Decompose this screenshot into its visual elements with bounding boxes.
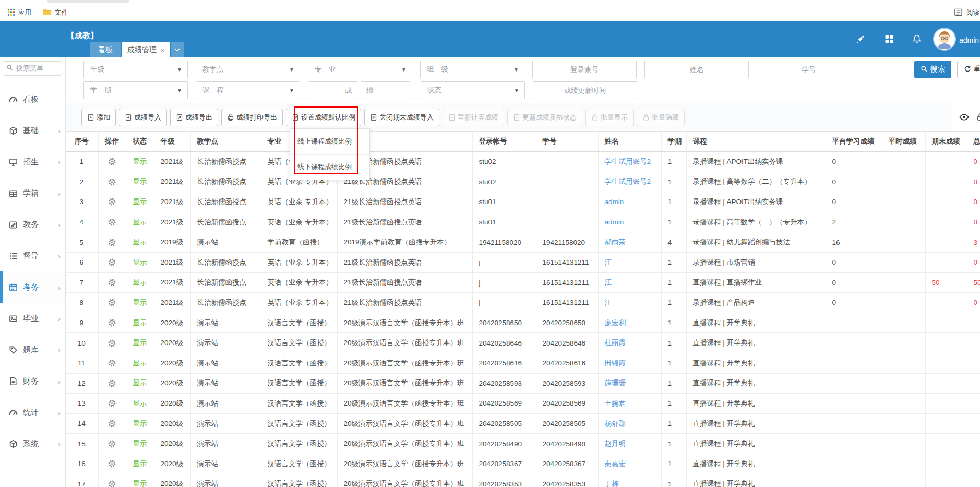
row-settings-gear-icon[interactable] <box>107 197 116 206</box>
filter-select-course[interactable]: 课 程▼ <box>196 81 300 99</box>
row-status-link[interactable]: 显示 <box>133 440 147 447</box>
rocket-icon[interactable] <box>856 34 866 46</box>
row-status-link[interactable]: 显示 <box>133 198 147 206</box>
row-settings-gear-icon[interactable] <box>107 298 116 307</box>
student-name-link[interactable]: 赵月明 <box>605 440 626 447</box>
toolbar-button-set-default-ratio[interactable]: 设置成绩默认比例 <box>286 109 361 126</box>
row-settings-gear-icon[interactable] <box>107 218 116 227</box>
filter-input-update-time[interactable] <box>533 81 637 99</box>
row-status-link[interactable]: 显示 <box>133 218 147 226</box>
sidebar-item-roster[interactable]: 学籍› <box>0 177 65 209</box>
toolbar-button-score-import[interactable]: 成绩导入 <box>119 109 167 126</box>
student-name-link[interactable]: 学生试用账号2 <box>605 177 651 185</box>
student-name-link[interactable]: 学生试用账号2 <box>605 158 651 165</box>
sidebar-item-basic[interactable]: 基础› <box>0 115 65 146</box>
row-status-link[interactable]: 显示 <box>133 319 147 327</box>
row-settings-gear-icon[interactable] <box>107 157 116 166</box>
filter-select-major[interactable]: 专 业▼ <box>308 61 412 78</box>
row-settings-gear-icon[interactable] <box>107 339 116 348</box>
tab-list-chevron-icon[interactable] <box>171 42 184 57</box>
student-name-link[interactable]: 杨舒郡 <box>605 420 626 427</box>
sidebar-item-supervision[interactable]: 督导› <box>0 240 65 271</box>
filter-select-site[interactable]: 教学点▼ <box>196 61 300 78</box>
sidebar-item-exam[interactable]: 考务› <box>0 271 65 303</box>
row-status-link[interactable]: 显示 <box>133 238 147 246</box>
tab-grade-management[interactable]: 成绩管理 × <box>122 42 170 57</box>
user-avatar[interactable] <box>934 29 955 50</box>
row-status-link[interactable]: 显示 <box>133 420 147 427</box>
sidebar-item-kanban[interactable]: 看板 <box>0 84 65 115</box>
student-name-link[interactable]: admin <box>605 198 624 206</box>
row-settings-gear-icon[interactable] <box>107 318 116 327</box>
row-status-link[interactable]: 显示 <box>133 359 147 367</box>
toolbar-button-score-export[interactable]: 成绩导出 <box>170 109 218 126</box>
menu-item-offline-ratio[interactable]: 线下课程成绩比例 <box>290 154 369 180</box>
student-name-link[interactable]: 王婉君 <box>605 399 626 407</box>
filter-select-class[interactable]: 班 级▼ <box>420 61 524 78</box>
row-settings-gear-icon[interactable] <box>107 258 116 267</box>
student-name-link[interactable]: 秦嘉宏 <box>605 460 626 468</box>
row-status-link[interactable]: 显示 <box>133 480 147 487</box>
student-name-link[interactable]: 郝雨荣 <box>605 238 626 246</box>
row-settings-gear-icon[interactable] <box>107 359 116 367</box>
filter-select-grade[interactable]: 年级▼ <box>83 61 188 78</box>
filter-input-score-max[interactable] <box>361 81 410 99</box>
row-settings-gear-icon[interactable] <box>107 177 116 186</box>
student-name-link[interactable]: 丁栋 <box>605 480 619 487</box>
row-settings-gear-icon[interactable] <box>107 480 116 487</box>
row-settings-gear-icon[interactable] <box>107 459 116 468</box>
student-name-link[interactable]: 薛珊珊 <box>605 379 626 387</box>
row-status-link[interactable]: 显示 <box>133 460 147 468</box>
filter-select-status[interactable]: 状态▼ <box>421 81 525 99</box>
student-name-link[interactable]: 杜丽霞 <box>605 339 626 347</box>
tab-kanban[interactable]: 看板 <box>90 42 121 57</box>
row-status-link[interactable]: 显示 <box>133 278 147 286</box>
row-status-link[interactable]: 显示 <box>133 299 147 306</box>
row-settings-gear-icon[interactable] <box>107 278 116 287</box>
sidebar-item-academic[interactable]: 教务› <box>0 209 65 240</box>
row-status-link[interactable]: 显示 <box>133 177 147 185</box>
sidebar-item-finance[interactable]: 财务› <box>0 365 65 397</box>
bookmark-files[interactable]: 文件 <box>43 4 68 21</box>
search-button[interactable]: 搜索 <box>914 61 951 78</box>
row-settings-gear-icon[interactable] <box>107 238 116 247</box>
filter-select-term[interactable]: 学 期▼ <box>83 81 188 99</box>
reset-button[interactable]: 重置 <box>957 61 980 78</box>
filter-input-account[interactable] <box>532 61 637 78</box>
filter-input-student-no[interactable] <box>757 61 861 78</box>
row-status-link[interactable]: 显示 <box>133 158 147 165</box>
bookmark-apps[interactable]: 应用 <box>7 4 31 21</box>
sidebar-item-system[interactable]: 系统› <box>0 428 65 459</box>
bell-icon[interactable] <box>912 34 922 46</box>
row-status-link[interactable]: 显示 <box>133 379 147 387</box>
student-name-link[interactable]: 田锦霞 <box>605 359 626 367</box>
menu-item-online-ratio[interactable]: 线上课程成绩比例 <box>290 129 369 154</box>
filter-input-score-min[interactable] <box>308 81 357 99</box>
tab-close-icon[interactable]: × <box>160 46 165 54</box>
sidebar-search-input[interactable]: 搜索菜单 <box>3 61 62 76</box>
row-settings-gear-icon[interactable] <box>107 419 116 428</box>
row-settings-gear-icon[interactable] <box>107 379 116 388</box>
apps-launcher-icon[interactable] <box>884 34 894 46</box>
row-status-link[interactable]: 显示 <box>133 258 147 266</box>
student-name-link[interactable]: 江 <box>605 258 612 266</box>
row-settings-gear-icon[interactable] <box>107 399 116 408</box>
student-name-link[interactable]: 江 <box>605 278 612 286</box>
filter-input-name[interactable] <box>644 61 749 78</box>
row-status-link[interactable]: 显示 <box>133 399 147 407</box>
sidebar-item-graduation[interactable]: 毕业› <box>0 303 65 334</box>
toolbar-button-score-print-export[interactable]: 成绩打印导出 <box>221 109 283 126</box>
row-status-link[interactable]: 显示 <box>133 339 147 347</box>
student-name-link[interactable]: 江 <box>605 299 612 306</box>
unlock-icon[interactable] <box>976 113 980 121</box>
student-name-link[interactable]: 庞宏利 <box>605 319 626 327</box>
sidebar-item-question-bank[interactable]: 题库› <box>0 334 65 365</box>
sidebar-item-statistics[interactable]: 统计› <box>0 397 65 428</box>
toolbar-button-close-final-import[interactable]: 关闭期末成绩导入 <box>364 109 439 126</box>
toolbar-button-add[interactable]: 添加 <box>81 109 116 126</box>
eye-icon[interactable] <box>959 114 969 121</box>
student-name-link[interactable]: admin <box>605 218 624 226</box>
sidebar-item-admission[interactable]: 招生› <box>0 146 65 177</box>
row-settings-gear-icon[interactable] <box>107 440 116 448</box>
reading-list-button[interactable]: 阅读 <box>954 4 980 21</box>
